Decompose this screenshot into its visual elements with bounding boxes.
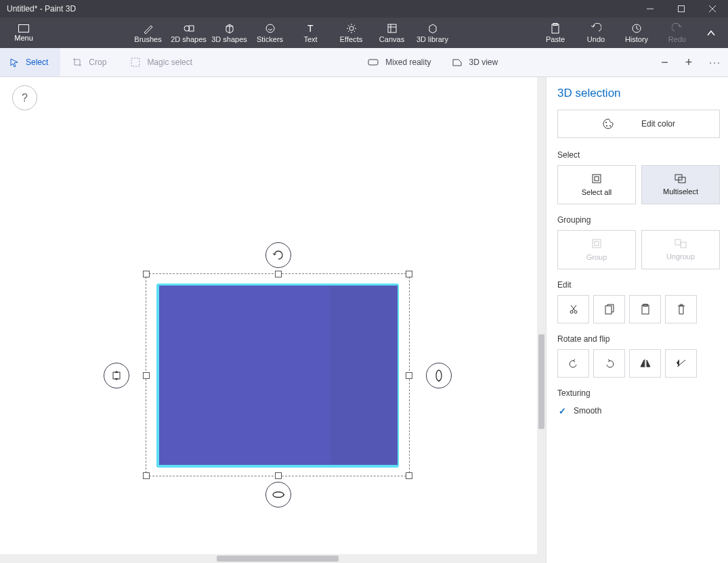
- multiselect-label: Multiselect: [663, 187, 698, 196]
- history-button[interactable]: History: [620, 23, 654, 43]
- title-bar: Untitled* - Paint 3D: [0, 0, 728, 18]
- panel-collapse-chevron[interactable]: [701, 28, 721, 38]
- flip-v-icon: [676, 359, 687, 368]
- smooth-checkbox-row[interactable]: ✓ Smooth: [557, 403, 720, 418]
- svg-line-17: [354, 25, 355, 26]
- svg-rect-33: [595, 177, 599, 181]
- side-panel: 3D selection Edit color Select Select al…: [546, 77, 728, 563]
- depth-icon: [110, 369, 123, 382]
- rotate-left-icon: [568, 358, 579, 369]
- svg-rect-38: [675, 240, 681, 245]
- crop-icon: [72, 58, 82, 67]
- depth-handle[interactable]: [104, 363, 129, 388]
- svg-point-29: [605, 122, 607, 123]
- zoom-out-button[interactable]: −: [661, 55, 668, 70]
- chevron-up-icon: [706, 28, 716, 38]
- rotate-z-handle[interactable]: [265, 242, 291, 268]
- mixed-reality-button[interactable]: Mixed reality: [368, 58, 431, 67]
- group-button: Group: [557, 230, 636, 269]
- flip-h-icon: [640, 359, 651, 368]
- handle-e[interactable]: [406, 372, 412, 379]
- magic-select-tool[interactable]: Magic select: [119, 58, 205, 67]
- crop-tool[interactable]: Crop: [60, 58, 119, 67]
- main-area: ?: [0, 77, 728, 563]
- ribbon-effects[interactable]: Effects: [332, 23, 370, 43]
- ribbon-effects-label: Effects: [340, 35, 362, 43]
- mixed-reality-label: Mixed reality: [385, 58, 431, 67]
- delete-button[interactable]: [665, 295, 697, 323]
- handle-se[interactable]: [406, 472, 412, 479]
- svg-rect-27: [113, 372, 120, 379]
- ungroup-icon: [675, 239, 687, 248]
- svg-rect-39: [681, 242, 686, 248]
- svg-line-16: [348, 30, 349, 32]
- menu-button[interactable]: Menu: [0, 18, 47, 48]
- svg-rect-25: [368, 60, 378, 65]
- zoom-in-button[interactable]: +: [685, 55, 693, 70]
- svg-point-26: [273, 492, 284, 497]
- rotate-left-button[interactable]: [557, 349, 589, 378]
- ribbon-stickers[interactable]: Stickers: [251, 23, 289, 43]
- close-button[interactable]: [697, 0, 728, 18]
- ribbon: Menu Brushes 2D shapes 3D shapes Sticker…: [0, 18, 728, 48]
- cut-button[interactable]: [557, 295, 589, 323]
- edit-color-label: Edit color: [641, 119, 675, 129]
- menu-label: Menu: [14, 34, 33, 42]
- ribbon-right: Paste Undo History Redo: [538, 23, 721, 43]
- scrollbar-thumb[interactable]: [538, 334, 544, 429]
- handle-ne[interactable]: [406, 271, 412, 277]
- help-bubble[interactable]: ?: [12, 85, 37, 110]
- window-title: Untitled* - Paint 3D: [7, 4, 635, 14]
- help-icon: ?: [22, 92, 28, 104]
- rotate-x-handle[interactable]: [265, 482, 291, 508]
- handle-sw[interactable]: [143, 472, 150, 479]
- select-all-button[interactable]: Select all: [557, 165, 636, 204]
- multiselect-button[interactable]: Multiselect: [641, 165, 720, 204]
- section-grouping-label: Grouping: [557, 215, 720, 225]
- ribbon-2d-shapes[interactable]: 2D shapes: [169, 23, 208, 43]
- handle-n[interactable]: [275, 271, 282, 277]
- ribbon-3d-shapes-label: 3D shapes: [211, 35, 247, 43]
- svg-point-30: [606, 125, 607, 127]
- more-button[interactable]: ···: [709, 57, 721, 68]
- ribbon-text[interactable]: T Text: [291, 23, 330, 43]
- flip-vertical-button[interactable]: [665, 349, 697, 378]
- cube-icon: [224, 23, 235, 34]
- handle-nw[interactable]: [143, 271, 150, 277]
- select-tool[interactable]: Select: [0, 48, 60, 76]
- canvas-scrollbar-vertical[interactable]: [537, 77, 546, 563]
- ribbon-brushes[interactable]: Brushes: [129, 23, 167, 43]
- svg-point-9: [349, 26, 354, 30]
- canvas-area[interactable]: ?: [0, 77, 546, 563]
- selection-wrapper[interactable]: [146, 273, 410, 476]
- flip-horizontal-button[interactable]: [629, 349, 661, 378]
- rotate-right-button[interactable]: [593, 349, 625, 378]
- mixed-reality-icon: [368, 58, 379, 67]
- smooth-label: Smooth: [574, 406, 601, 415]
- section-rotate-label: Rotate and flip: [557, 334, 720, 344]
- undo-icon: [591, 23, 601, 34]
- undo-button[interactable]: Undo: [579, 23, 613, 43]
- handle-w[interactable]: [143, 372, 150, 379]
- paste-panel-button[interactable]: [629, 295, 661, 323]
- magic-select-icon: [131, 58, 140, 67]
- scrollbar-thumb-h[interactable]: [217, 556, 339, 562]
- redo-button[interactable]: Redo: [660, 23, 694, 43]
- canvas-icon: [387, 23, 398, 34]
- text-icon: T: [305, 23, 316, 34]
- rotate-y-handle[interactable]: [426, 363, 452, 388]
- maximize-button[interactable]: [666, 0, 697, 18]
- paste-icon: [551, 23, 560, 34]
- minimize-button[interactable]: [635, 0, 666, 18]
- ribbon-3d-shapes[interactable]: 3D shapes: [210, 23, 249, 43]
- 3d-view-button[interactable]: 3D view: [452, 58, 498, 67]
- copy-button[interactable]: [593, 295, 625, 323]
- edit-color-button[interactable]: Edit color: [557, 110, 720, 138]
- checkmark-icon: ✓: [557, 406, 567, 415]
- svg-rect-1: [679, 6, 685, 12]
- ribbon-canvas[interactable]: Canvas: [372, 23, 411, 43]
- ribbon-3d-library[interactable]: 3D library: [413, 23, 452, 43]
- canvas-scrollbar-horizontal[interactable]: [0, 554, 546, 563]
- paste-button[interactable]: Paste: [538, 23, 572, 43]
- handle-s[interactable]: [275, 472, 282, 479]
